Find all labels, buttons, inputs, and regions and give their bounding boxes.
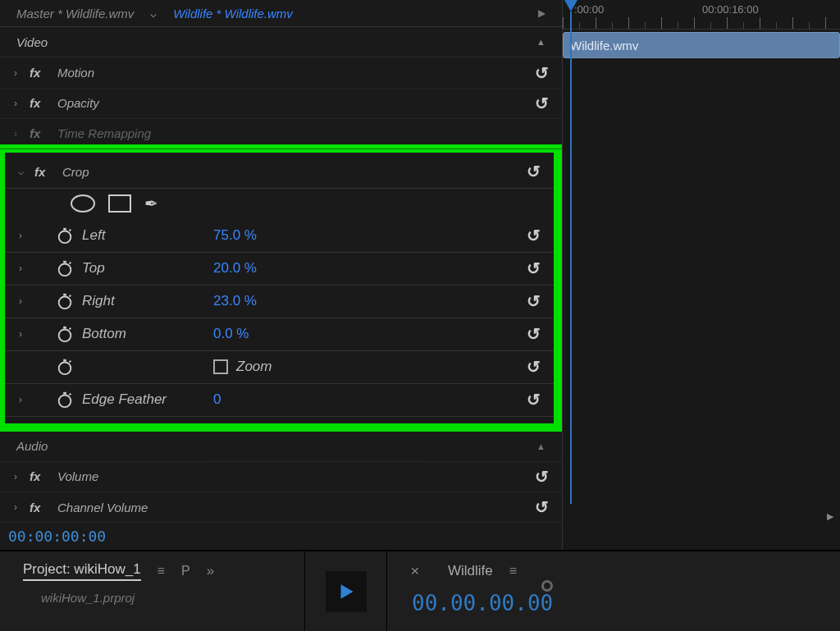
param-label: Bottom — [82, 326, 213, 342]
param-value[interactable]: 75.0 % — [213, 227, 257, 244]
effect-crop[interactable]: ⌵ fx Crop ↺ — [5, 156, 554, 189]
effect-label: Motion — [57, 66, 94, 80]
mask-rect-icon[interactable] — [108, 194, 131, 213]
panel-menu-icon[interactable]: ≡ — [509, 564, 517, 578]
current-timecode[interactable]: 00:00:00:00 — [0, 523, 562, 550]
effect-volume[interactable]: › fx Volume ↺ — [0, 462, 562, 492]
fx-icon[interactable]: fx — [30, 126, 46, 140]
disclosure-right-icon[interactable]: › — [8, 471, 23, 482]
effect-opacity[interactable]: › fx Opacity ↺ — [0, 89, 562, 119]
mask-ellipse-icon[interactable] — [71, 194, 95, 213]
reset-icon[interactable]: ↺ — [527, 390, 546, 409]
param-value[interactable]: 0 — [213, 391, 221, 408]
mask-tools: ✒ — [5, 189, 554, 220]
reset-icon[interactable]: ↺ — [535, 497, 554, 517]
reset-icon[interactable]: ↺ — [527, 324, 546, 344]
ruler-time-b: 00:00:16:00 — [702, 3, 759, 16]
audio-section-label: Audio — [16, 439, 48, 453]
disclosure-right-icon[interactable]: › — [8, 128, 23, 139]
reset-icon[interactable]: ↺ — [535, 94, 554, 113]
fx-icon[interactable]: fx — [30, 501, 46, 514]
reset-icon[interactable]: ↺ — [527, 258, 546, 278]
scroll-indicator-icon[interactable] — [541, 580, 553, 592]
param-label: Left — [82, 227, 213, 244]
disclosure-right-icon[interactable]: › — [13, 394, 28, 405]
svg-point-6 — [59, 297, 71, 309]
panel-p-label[interactable]: P — [181, 564, 190, 578]
timeline-timecode[interactable]: 00.00.00.00 — [387, 591, 840, 615]
scroll-right-icon[interactable]: ▶ — [827, 511, 833, 522]
chevron-down-icon[interactable]: ⌵ — [150, 7, 157, 20]
effect-motion[interactable]: › fx Motion ↺ — [0, 57, 562, 88]
svg-rect-7 — [63, 294, 66, 296]
effects-header: Master * Wildlife.wmv ⌵ Wildlife * Wildl… — [0, 0, 562, 27]
effect-label: Channel Volume — [57, 501, 148, 514]
svg-point-3 — [59, 264, 71, 277]
stopwatch-icon[interactable] — [56, 292, 74, 310]
collapse-up-icon[interactable]: ▲ — [536, 441, 546, 451]
master-clip-label[interactable]: Master * Wildlife.wmv — [16, 7, 134, 21]
playhead-line[interactable] — [570, 11, 572, 504]
svg-rect-4 — [63, 261, 66, 263]
param-value[interactable]: 0.0 % — [213, 326, 249, 342]
reset-icon[interactable]: ↺ — [527, 291, 546, 311]
collapse-up-icon[interactable]: ▲ — [536, 37, 546, 47]
panel-menu-icon[interactable]: ≡ — [158, 564, 165, 578]
stopwatch-icon[interactable] — [56, 259, 74, 277]
param-left-row: › Left 75.0 % ↺ — [5, 220, 554, 253]
play-button[interactable] — [326, 571, 367, 612]
svg-rect-10 — [63, 327, 66, 329]
sequence-clip-link[interactable]: Wildlife * Wildlife.wmv — [173, 7, 293, 21]
audio-section-header[interactable]: Audio ▲ — [0, 432, 562, 462]
disclosure-right-icon[interactable]: › — [13, 230, 28, 241]
fx-icon[interactable]: fx — [30, 96, 46, 110]
disclosure-right-icon[interactable]: › — [13, 263, 28, 274]
param-value[interactable]: 23.0 % — [213, 293, 257, 309]
effect-label: Crop — [62, 165, 89, 179]
mask-pen-icon[interactable]: ✒ — [144, 194, 158, 213]
disclosure-right-icon[interactable]: › — [13, 295, 28, 307]
reset-icon[interactable]: ↺ — [527, 226, 546, 245]
param-label: Edge Feather — [82, 391, 213, 408]
reset-icon[interactable]: ↺ — [527, 357, 546, 377]
param-value[interactable]: 20.0 % — [213, 260, 257, 277]
timeline-title[interactable]: Wildlife — [448, 563, 493, 579]
clip-track-row: Wildlife.wmv — [563, 30, 840, 61]
project-file-row[interactable]: wikiHow_1.prproj — [0, 591, 304, 605]
reset-icon[interactable]: ↺ — [535, 467, 554, 487]
close-icon[interactable]: ✕ — [410, 565, 420, 578]
time-ruler[interactable]: :00:00 00:00:16:00 — [563, 0, 840, 30]
svg-point-15 — [59, 396, 71, 408]
reset-icon[interactable]: ↺ — [535, 63, 554, 83]
disclosure-down-icon[interactable]: ⌵ — [13, 166, 28, 177]
project-panel: Project: wikiHow_1 ≡ P » wikiHow_1.prpro… — [0, 551, 305, 631]
timeline-panel: :00:00 00:00:16:00 Wildlife.wmv ▶ — [563, 0, 840, 550]
stopwatch-icon[interactable] — [56, 226, 74, 245]
stopwatch-icon[interactable] — [56, 358, 74, 376]
video-section-label: Video — [16, 35, 48, 49]
disclosure-right-icon[interactable]: › — [8, 501, 23, 513]
video-section-header[interactable]: Video ▲ — [0, 27, 562, 57]
stopwatch-icon[interactable] — [56, 391, 74, 409]
svg-line-5 — [70, 263, 71, 264]
ruler-time-a: :00:00 — [574, 3, 604, 16]
project-panel-title[interactable]: Project: wikiHow_1 — [23, 561, 141, 581]
stopwatch-icon[interactable] — [56, 325, 74, 343]
effect-time-remapping[interactable]: › fx Time Remapping — [0, 119, 562, 149]
reset-icon[interactable]: ↺ — [527, 162, 546, 181]
fx-icon[interactable]: fx — [30, 66, 46, 80]
preview-thumb-panel — [305, 551, 387, 631]
fx-icon[interactable]: fx — [30, 469, 46, 483]
fx-icon[interactable]: fx — [34, 165, 51, 179]
play-icon[interactable]: ▶ — [538, 7, 546, 19]
param-top-row: › Top 20.0 % ↺ — [5, 253, 554, 286]
disclosure-right-icon[interactable]: › — [13, 328, 28, 340]
disclosure-right-icon[interactable]: › — [8, 98, 23, 109]
disclosure-right-icon[interactable]: › — [8, 67, 23, 79]
playhead-icon[interactable] — [564, 0, 578, 11]
overflow-icon[interactable]: » — [207, 563, 214, 579]
timeline-clip[interactable]: Wildlife.wmv — [563, 32, 840, 58]
zoom-label: Zoom — [236, 359, 272, 375]
zoom-checkbox[interactable] — [213, 359, 228, 374]
effect-channel-volume[interactable]: › fx Channel Volume ↺ — [0, 492, 562, 523]
